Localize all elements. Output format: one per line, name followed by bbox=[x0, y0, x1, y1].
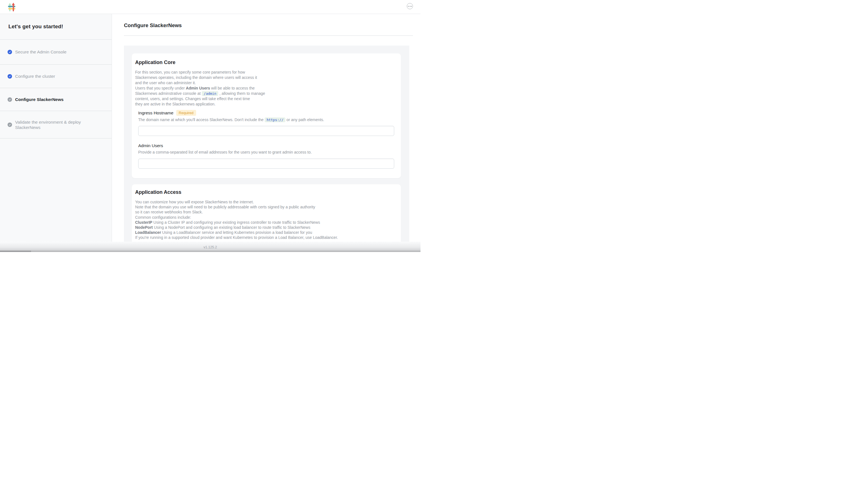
check-circle-icon bbox=[7, 97, 12, 102]
setup-sidebar: Let's get you started! Secure the Admin … bbox=[0, 14, 112, 242]
footer-strip bbox=[0, 251, 420, 252]
ingress-hostname-input[interactable] bbox=[138, 126, 394, 136]
field-help: The domain name at which you'll access S… bbox=[138, 117, 397, 123]
slackernews-logo-icon bbox=[8, 2, 16, 12]
ingress-hostname-field: Ingress Hostname Required The domain nam… bbox=[138, 110, 397, 136]
required-badge: Required bbox=[176, 110, 196, 116]
step-label: Configure the cluster bbox=[15, 74, 55, 79]
sidebar-step-configure-slackernews[interactable]: Configure SlackerNews bbox=[0, 88, 112, 111]
setup-wizard-page: Let's get you started! Secure the Admin … bbox=[0, 0, 420, 252]
more-options-button[interactable] bbox=[407, 3, 413, 9]
application-core-card: Application Core For this section, you c… bbox=[132, 53, 401, 178]
admin-users-field: Admin Users Provide a comma-separated li… bbox=[138, 143, 397, 169]
application-access-card: Application Access You can customize how… bbox=[132, 184, 401, 242]
card-title: Application Core bbox=[135, 59, 397, 66]
step-label: Validate the environment & deploy Slacke… bbox=[15, 120, 87, 130]
footer-notch bbox=[0, 251, 31, 252]
check-circle-icon bbox=[7, 74, 12, 78]
ellipsis-icon bbox=[408, 6, 409, 7]
card-description: You can customize how you will expose Sl… bbox=[135, 199, 397, 240]
page-title: Configure SlackerNews bbox=[124, 22, 182, 29]
sidebar-step-secure-admin-console[interactable]: Secure the Admin Console bbox=[0, 40, 112, 65]
sidebar-title: Let's get you started! bbox=[8, 23, 112, 30]
sidebar-step-validate-deploy[interactable]: Validate the environment & deploy Slacke… bbox=[0, 111, 112, 139]
sidebar-step-configure-cluster[interactable]: Configure the cluster bbox=[0, 65, 112, 88]
field-help: Provide a comma-separated list of email … bbox=[138, 150, 397, 155]
field-label: Ingress Hostname bbox=[138, 110, 174, 115]
app-footer: v1.125.2 bbox=[0, 242, 420, 252]
step-label: Secure the Admin Console bbox=[15, 50, 67, 55]
version-label: v1.125.2 bbox=[0, 245, 420, 249]
field-label: Admin Users bbox=[138, 143, 163, 148]
check-circle-icon bbox=[7, 50, 12, 54]
step-label: Configure SlackerNews bbox=[15, 97, 64, 102]
admin-users-input[interactable] bbox=[138, 159, 394, 169]
card-description: For this section, you can specify some c… bbox=[135, 70, 397, 107]
check-circle-icon bbox=[7, 123, 12, 127]
app-header bbox=[0, 0, 420, 14]
card-title: Application Access bbox=[135, 190, 397, 195]
sidebar-title-wrap: Let's get you started! bbox=[0, 14, 112, 40]
config-form-panel: Application Core For this section, you c… bbox=[124, 46, 409, 242]
